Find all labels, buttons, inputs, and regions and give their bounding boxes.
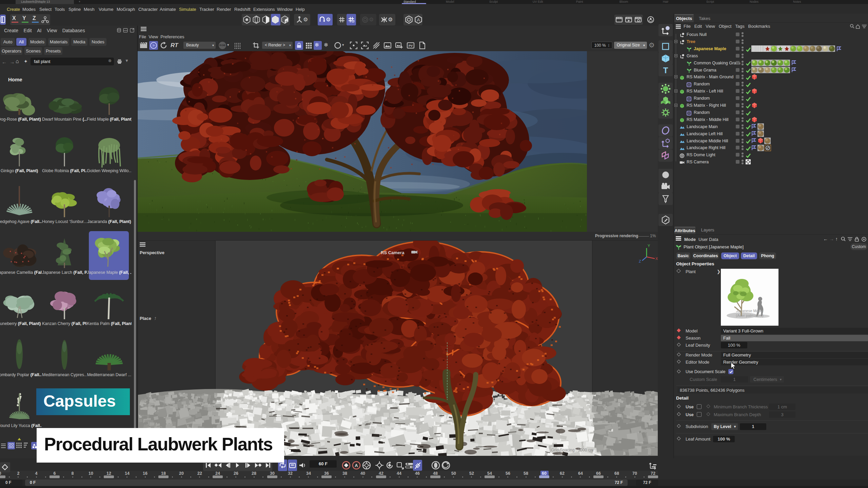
svg-text:Z: Z — [639, 259, 641, 263]
svg-text:Grid Spacing : 5000 cm: Grid Spacing : 5000 cm — [551, 448, 593, 452]
svg-text:Y: Y — [648, 244, 650, 248]
svg-text:Japanese Maple: Japanese Maple — [736, 309, 764, 313]
svg-text:RS Camera: RS Camera — [381, 250, 405, 255]
svg-text:A: A — [355, 463, 358, 468]
svg-text:X: X — [655, 257, 658, 261]
svg-text:Place: Place — [140, 316, 151, 321]
svg-text:(Acer palmatum): (Acer palmatum) — [736, 313, 763, 318]
svg-text:PV: PV — [409, 44, 413, 47]
svg-text:⤴: ⤴ — [154, 317, 156, 321]
svg-text:T: T — [663, 66, 668, 75]
svg-text:Perspective: Perspective — [140, 250, 164, 255]
svg-text:A: A — [417, 17, 420, 22]
